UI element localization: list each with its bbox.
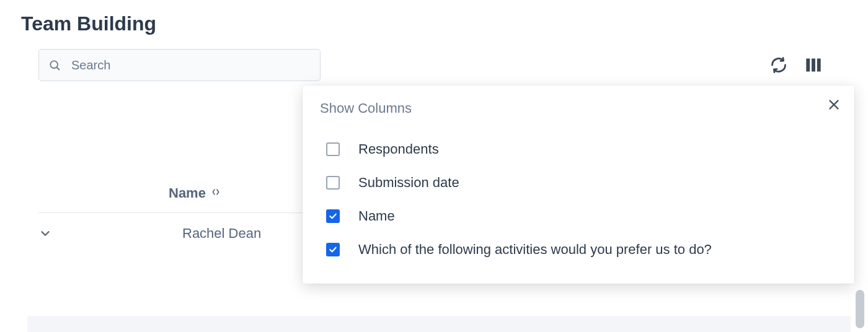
svg-rect-3 (812, 59, 815, 72)
popover-title: Show Columns (320, 100, 839, 116)
checkbox-icon (326, 176, 340, 190)
search-field (38, 49, 321, 81)
column-option-label: Name (358, 208, 395, 224)
svg-line-1 (57, 68, 60, 70)
columns-icon[interactable] (805, 56, 822, 74)
svg-rect-2 (806, 59, 810, 72)
search-icon (48, 59, 61, 71)
column-option-label: Which of the following activities would … (358, 242, 712, 258)
column-option-respondents[interactable]: Respondents (320, 133, 839, 166)
toolbar-right (770, 56, 847, 74)
row-name: Rachel Dean (182, 225, 261, 242)
column-header-label: Name (169, 185, 206, 201)
chevron-down-icon[interactable] (38, 227, 52, 240)
checkbox-checked-icon (326, 209, 340, 223)
checkbox-checked-icon (326, 243, 340, 256)
page-title: Team Building (21, 12, 847, 35)
scrollbar[interactable] (856, 290, 864, 328)
refresh-icon[interactable] (770, 56, 787, 74)
show-columns-popover: Show Columns Respondents Submission date… (303, 85, 854, 284)
column-option-label: Submission date (358, 175, 459, 191)
checkbox-icon (326, 142, 340, 156)
svg-rect-4 (817, 59, 821, 72)
toolbar (21, 49, 847, 81)
close-icon[interactable] (827, 98, 841, 111)
search-input[interactable] (38, 49, 321, 81)
column-header-name[interactable]: Name (169, 185, 221, 201)
column-option-label: Respondents (358, 141, 439, 157)
column-option-activities[interactable]: Which of the following activities would … (320, 233, 839, 266)
table-footer-strip (27, 316, 851, 332)
sort-icon (211, 187, 221, 199)
column-option-submission-date[interactable]: Submission date (320, 166, 839, 199)
column-option-name[interactable]: Name (320, 199, 839, 233)
